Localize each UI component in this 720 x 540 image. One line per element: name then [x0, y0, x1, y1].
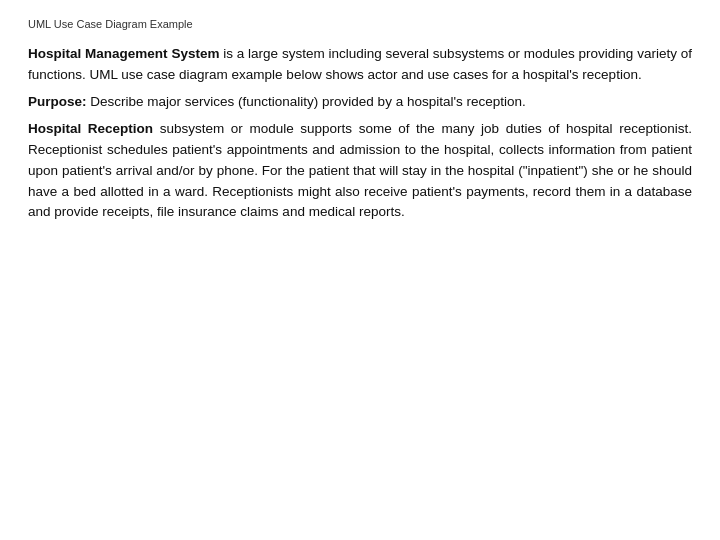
page-container: UML Use Case Diagram Example Hospital Ma…: [0, 0, 720, 540]
page-subtitle: UML Use Case Diagram Example: [28, 18, 692, 30]
content-block: Hospital Management System is a large sy…: [28, 44, 692, 223]
paragraph-2-bold: Purpose:: [28, 94, 87, 109]
paragraph-1-bold: Hospital Management System: [28, 46, 219, 61]
paragraph-3-bold: Hospital Reception: [28, 121, 153, 136]
paragraph-2-text: Describe major services (functionality) …: [87, 94, 526, 109]
paragraph-2: Purpose: Describe major services (functi…: [28, 92, 692, 113]
paragraph-3: Hospital Reception subsystem or module s…: [28, 119, 692, 224]
paragraph-1: Hospital Management System is a large sy…: [28, 44, 692, 86]
